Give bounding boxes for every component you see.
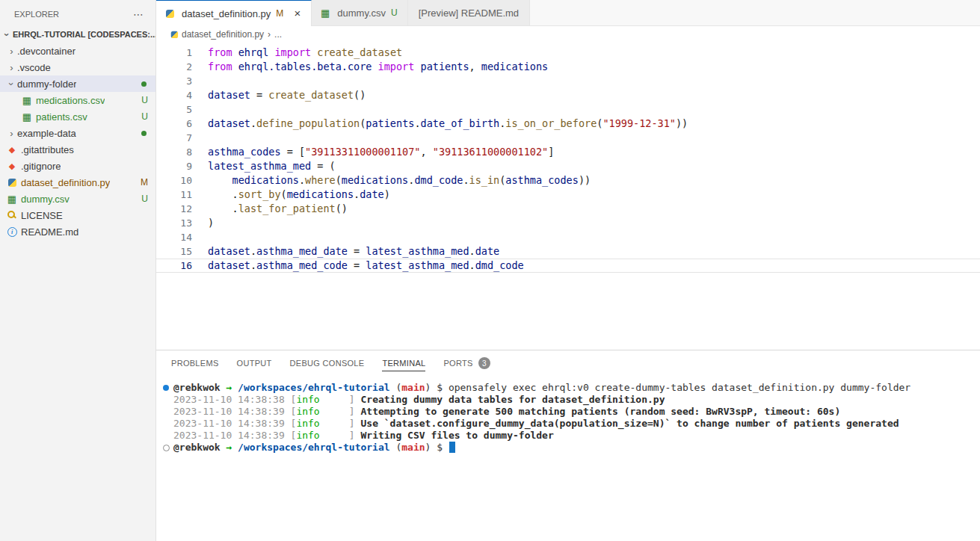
line-number: 8	[156, 145, 208, 159]
line-number: 4	[156, 88, 208, 102]
code-line-5[interactable]: 5	[156, 102, 980, 117]
line-number: 7	[156, 131, 208, 145]
tree-item-devcontainer[interactable]: .devcontainer	[0, 43, 155, 59]
tree-item-gitignore[interactable]: .gitignore	[0, 158, 155, 174]
code-line-content: asthma_codes = ["39113311000001107", "39…	[208, 145, 980, 159]
python-icon	[6, 177, 18, 188]
panel-tab-debug-console[interactable]: DEBUG CONSOLE	[290, 350, 365, 376]
code-editor[interactable]: 1from ehrql import create_dataset2from e…	[156, 43, 980, 350]
panel-tab-ports[interactable]: PORTS3	[443, 350, 490, 376]
panel-tab-bar: PROBLEMSOUTPUTDEBUG CONSOLETERMINALPORTS…	[156, 350, 980, 376]
line-number: 12	[156, 202, 208, 216]
terminal-cursor	[449, 442, 455, 453]
file-name: .vscode	[17, 62, 51, 73]
code-line-4[interactable]: 4dataset = create_dataset()	[156, 88, 980, 102]
editor-group: dataset_definition.pyM×dummy.csvU[Previe…	[156, 0, 980, 541]
file-name: dataset_definition.py	[21, 177, 110, 188]
workspace-section-header[interactable]: EHRQL-TUTORIAL [CODESPACES:...	[0, 26, 155, 43]
code-line-14[interactable]: 14	[156, 230, 980, 244]
csv-icon	[21, 111, 33, 122]
panel-tab-output[interactable]: OUTPUT	[237, 350, 272, 376]
code-line-content	[208, 74, 980, 88]
panel-tab-label: DEBUG CONSOLE	[290, 359, 365, 368]
terminal-line-1: @rebkwok → /workspaces/ehrql-tutorial (m…	[156, 382, 980, 394]
file-name: example-data	[17, 128, 76, 139]
tree-item-dummy-csv[interactable]: dummy.csvU	[0, 191, 155, 207]
tree-item-license[interactable]: LICENSE	[0, 207, 155, 223]
chevron-right-icon	[6, 62, 17, 73]
line-number: 10	[156, 173, 208, 188]
file-tree: .devcontainer.vscodedummy-foldermedicati…	[0, 43, 155, 541]
explorer-title: EXPLORER	[14, 10, 59, 19]
tree-item-dataset-definition-py[interactable]: dataset_definition.pyM	[0, 174, 155, 191]
file-name: .gitattributes	[21, 144, 74, 155]
code-line-content: .last_for_patient()	[208, 202, 980, 216]
code-line-16[interactable]: 16dataset.asthma_med_code = latest_asthm…	[156, 259, 980, 273]
python-icon	[169, 30, 179, 39]
git-status-badge: U	[141, 95, 148, 105]
tree-item-gitattributes[interactable]: .gitattributes	[0, 141, 155, 158]
file-name: .gitignore	[21, 161, 61, 172]
code-line-12[interactable]: 12 .last_for_patient()	[156, 202, 980, 216]
code-line-9[interactable]: 9latest_asthma_med = (	[156, 159, 980, 173]
line-number: 9	[156, 159, 208, 173]
tree-item-patients-csv[interactable]: patients.csvU	[0, 108, 155, 125]
info-icon	[6, 226, 18, 237]
code-line-content: medications.where(medications.dmd_code.i…	[208, 173, 980, 188]
tab-preview-readme-md[interactable]: [Preview] README.md	[408, 0, 530, 25]
line-number: 16	[156, 259, 208, 273]
tree-item-dummy-folder[interactable]: dummy-folder	[0, 75, 155, 92]
panel-tab-label: PORTS	[443, 359, 472, 368]
git-status-badge: M	[141, 177, 148, 188]
chevron-down-icon	[1, 29, 13, 40]
workspace-name: EHRQL-TUTORIAL [CODESPACES:...	[13, 30, 155, 39]
line-number: 15	[156, 244, 208, 259]
bottom-panel: PROBLEMSOUTPUTDEBUG CONSOLETERMINALPORTS…	[156, 350, 980, 541]
git-status-badge: U	[141, 111, 148, 122]
breadcrumb[interactable]: dataset_definition.py › ...	[156, 26, 980, 43]
git-icon	[6, 161, 18, 171]
code-line-2[interactable]: 2from ehrql.tables.beta.core import pati…	[156, 60, 980, 74]
panel-tab-problems[interactable]: PROBLEMS	[171, 350, 219, 376]
chevron-right-icon	[6, 46, 17, 57]
line-number: 1	[156, 46, 208, 60]
breadcrumb-file[interactable]: dataset_definition.py	[182, 29, 264, 40]
tab-dummy-csv[interactable]: dummy.csvU	[312, 0, 407, 25]
key-icon	[6, 210, 18, 220]
code-line-content	[208, 230, 980, 244]
tree-item-readme-md[interactable]: README.md	[0, 223, 155, 240]
command-decoration-icon[interactable]	[163, 445, 170, 451]
git-status-badge: U	[391, 7, 398, 18]
breadcrumb-symbol[interactable]: ...	[274, 29, 282, 40]
more-actions-icon[interactable]: ⋯	[133, 8, 144, 20]
ports-count-badge: 3	[478, 357, 490, 369]
terminal-output[interactable]: @rebkwok → /workspaces/ehrql-tutorial (m…	[156, 376, 980, 541]
sidebar-header: EXPLORER ⋯	[0, 0, 155, 26]
tab-label: [Preview] README.md	[419, 7, 519, 19]
panel-tab-terminal[interactable]: TERMINAL	[382, 350, 425, 376]
command-decoration-icon[interactable]	[163, 385, 169, 391]
tab-dataset-definition-py[interactable]: dataset_definition.pyM×	[156, 0, 312, 26]
file-name: LICENSE	[21, 210, 63, 221]
code-line-6[interactable]: 6dataset.define_population(patients.date…	[156, 117, 980, 131]
file-name: medications.csv	[36, 95, 105, 106]
file-name: README.md	[21, 226, 78, 238]
panel-tab-label: OUTPUT	[237, 359, 272, 368]
tree-item-vscode[interactable]: .vscode	[0, 59, 155, 75]
csv-icon	[21, 95, 33, 105]
tree-item-example-data[interactable]: example-data	[0, 125, 155, 141]
terminal-line-3: 2023-11-10 14:38:39 [info ] Attempting t…	[156, 406, 980, 418]
code-line-15[interactable]: 15dataset.asthma_med_date = latest_asthm…	[156, 244, 980, 259]
code-line-3[interactable]: 3	[156, 74, 980, 88]
code-line-1[interactable]: 1from ehrql import create_dataset	[156, 46, 980, 60]
close-icon[interactable]: ×	[291, 7, 303, 19]
code-line-7[interactable]: 7	[156, 131, 980, 145]
code-line-content: dataset.asthma_med_code = latest_asthma_…	[208, 259, 980, 273]
code-line-13[interactable]: 13)	[156, 216, 980, 230]
explorer-sidebar: EXPLORER ⋯ EHRQL-TUTORIAL [CODESPACES:..…	[0, 0, 156, 541]
code-line-8[interactable]: 8asthma_codes = ["39113311000001107", "3…	[156, 145, 980, 159]
code-line-11[interactable]: 11 .sort_by(medications.date)	[156, 188, 980, 202]
code-line-10[interactable]: 10 medications.where(medications.dmd_cod…	[156, 173, 980, 188]
tree-item-medications-csv[interactable]: medications.csvU	[0, 92, 155, 108]
csv-icon	[6, 194, 18, 204]
